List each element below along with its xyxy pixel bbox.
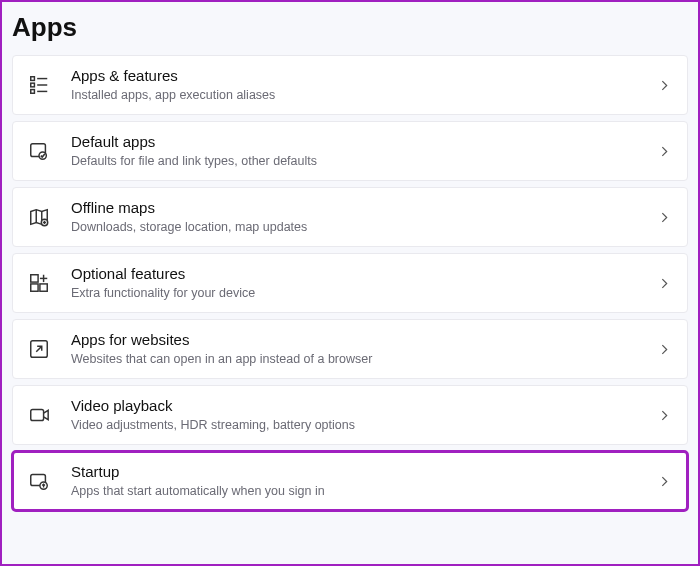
item-text: Startup Apps that start automatically wh… <box>71 462 646 500</box>
svg-rect-17 <box>31 410 44 421</box>
item-subtitle: Video adjustments, HDR streaming, batter… <box>71 417 646 435</box>
optional-features-icon <box>27 271 51 295</box>
settings-item-startup[interactable]: Startup Apps that start automatically wh… <box>12 451 688 511</box>
settings-item-apps-websites[interactable]: Apps for websites Websites that can open… <box>12 319 688 379</box>
item-title: Video playback <box>71 396 646 416</box>
item-text: Default apps Defaults for file and link … <box>71 132 646 170</box>
item-title: Apps & features <box>71 66 646 86</box>
settings-item-video-playback[interactable]: Video playback Video adjustments, HDR st… <box>12 385 688 445</box>
item-text: Apps for websites Websites that can open… <box>71 330 646 368</box>
svg-rect-11 <box>31 275 38 282</box>
item-text: Apps & features Installed apps, app exec… <box>71 66 646 104</box>
chevron-right-icon <box>658 409 671 422</box>
chevron-right-icon <box>658 79 671 92</box>
svg-rect-0 <box>31 77 35 81</box>
settings-item-optional-features[interactable]: Optional features Extra functionality fo… <box>12 253 688 313</box>
item-subtitle: Installed apps, app execution aliases <box>71 87 646 105</box>
item-text: Optional features Extra functionality fo… <box>71 264 646 302</box>
item-title: Optional features <box>71 264 646 284</box>
chevron-right-icon <box>658 145 671 158</box>
chevron-right-icon <box>658 343 671 356</box>
svg-rect-12 <box>31 284 38 291</box>
item-text: Offline maps Downloads, storage location… <box>71 198 646 236</box>
item-title: Apps for websites <box>71 330 646 350</box>
item-title: Startup <box>71 462 646 482</box>
svg-rect-2 <box>31 90 35 94</box>
page-title: Apps <box>2 2 698 55</box>
default-apps-icon <box>27 139 51 163</box>
settings-item-default-apps[interactable]: Default apps Defaults for file and link … <box>12 121 688 181</box>
video-playback-icon <box>27 403 51 427</box>
item-title: Default apps <box>71 132 646 152</box>
settings-list: Apps & features Installed apps, app exec… <box>2 55 698 511</box>
item-subtitle: Extra functionality for your device <box>71 285 646 303</box>
item-subtitle: Downloads, storage location, map updates <box>71 219 646 237</box>
svg-rect-1 <box>31 83 35 87</box>
item-subtitle: Websites that can open in an app instead… <box>71 351 646 369</box>
chevron-right-icon <box>658 211 671 224</box>
chevron-right-icon <box>658 475 671 488</box>
chevron-right-icon <box>658 277 671 290</box>
apps-websites-icon <box>27 337 51 361</box>
item-title: Offline maps <box>71 198 646 218</box>
item-subtitle: Apps that start automatically when you s… <box>71 483 646 501</box>
item-text: Video playback Video adjustments, HDR st… <box>71 396 646 434</box>
settings-item-apps-features[interactable]: Apps & features Installed apps, app exec… <box>12 55 688 115</box>
startup-icon <box>27 469 51 493</box>
settings-item-offline-maps[interactable]: Offline maps Downloads, storage location… <box>12 187 688 247</box>
item-subtitle: Defaults for file and link types, other … <box>71 153 646 171</box>
offline-maps-icon <box>27 205 51 229</box>
svg-rect-13 <box>40 284 47 291</box>
apps-features-icon <box>27 73 51 97</box>
